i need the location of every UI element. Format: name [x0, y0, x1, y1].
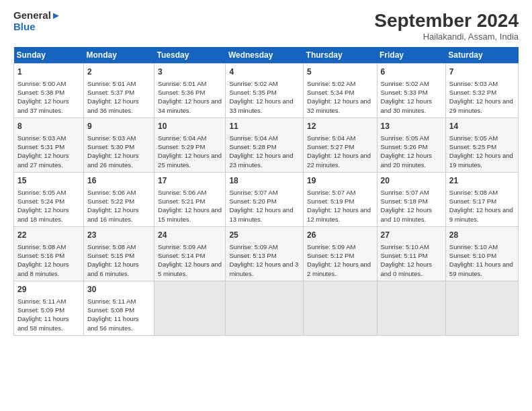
calendar-cell: 23Sunrise: 5:08 AMSunset: 5:15 PMDayligh… [84, 226, 154, 281]
calendar-cell: 8Sunrise: 5:03 AMSunset: 5:31 PMDaylight… [14, 118, 84, 172]
calendar-cell: 7Sunrise: 5:03 AMSunset: 5:32 PMDaylight… [445, 64, 518, 118]
calendar-cell: 1Sunrise: 5:00 AMSunset: 5:38 PMDaylight… [14, 64, 84, 118]
header-saturday: Saturday [445, 47, 518, 64]
day-number: 29 [17, 284, 80, 295]
header-wednesday: Wednesday [226, 47, 304, 64]
calendar-cell: 24Sunrise: 5:09 AMSunset: 5:14 PMDayligh… [154, 226, 226, 281]
calendar-cell [154, 281, 226, 335]
calendar-container: General► Blue September 2024 Hailakandi,… [0, 0, 532, 342]
day-number: 5 [307, 66, 373, 78]
calendar-week-row: 8Sunrise: 5:03 AMSunset: 5:31 PMDaylight… [14, 118, 519, 172]
calendar-cell: 15Sunrise: 5:05 AMSunset: 5:24 PMDayligh… [14, 172, 84, 226]
day-number: 25 [229, 230, 300, 241]
day-number: 4 [229, 66, 300, 78]
day-number: 2 [87, 66, 150, 78]
logo: General► Blue [13, 10, 61, 32]
day-number: 23 [87, 230, 150, 241]
calendar-cell: 20Sunrise: 5:07 AMSunset: 5:18 PMDayligh… [377, 172, 445, 226]
day-number: 28 [449, 230, 515, 241]
logo-general: General► [13, 10, 61, 21]
day-number: 15 [17, 175, 80, 187]
day-number: 12 [307, 121, 373, 132]
calendar-cell: 10Sunrise: 5:04 AMSunset: 5:29 PMDayligh… [154, 118, 226, 172]
day-number: 8 [17, 121, 80, 132]
calendar-week-row: 1Sunrise: 5:00 AMSunset: 5:38 PMDaylight… [14, 64, 519, 118]
day-number: 10 [158, 121, 222, 132]
calendar-cell: 14Sunrise: 5:05 AMSunset: 5:25 PMDayligh… [445, 118, 518, 172]
location-subtitle: Hailakandi, Assam, India [374, 32, 519, 42]
day-headers-row: Sunday Monday Tuesday Wednesday Thursday… [14, 47, 519, 64]
calendar-cell: 2Sunrise: 5:01 AMSunset: 5:37 PMDaylight… [84, 64, 154, 118]
day-number: 18 [229, 175, 300, 187]
header-friday: Friday [377, 47, 445, 64]
calendar-cell: 30Sunrise: 5:11 AMSunset: 5:08 PMDayligh… [84, 281, 154, 335]
day-number: 30 [87, 284, 150, 295]
day-number: 19 [307, 175, 373, 187]
day-number: 20 [381, 175, 442, 187]
calendar-cell: 19Sunrise: 5:07 AMSunset: 5:19 PMDayligh… [304, 172, 377, 226]
day-number: 21 [449, 175, 515, 187]
header-thursday: Thursday [304, 47, 377, 64]
calendar-cell: 22Sunrise: 5:08 AMSunset: 5:16 PMDayligh… [14, 226, 84, 281]
calendar-cell [304, 281, 377, 335]
day-number: 27 [381, 230, 442, 241]
calendar-cell [445, 281, 518, 335]
day-number: 7 [449, 66, 515, 78]
day-number: 9 [87, 121, 150, 132]
calendar-cell [377, 281, 445, 335]
day-number: 3 [158, 66, 222, 78]
day-number: 16 [87, 175, 150, 187]
calendar-cell: 9Sunrise: 5:03 AMSunset: 5:30 PMDaylight… [84, 118, 154, 172]
calendar-table: Sunday Monday Tuesday Wednesday Thursday… [13, 47, 519, 336]
calendar-cell: 12Sunrise: 5:04 AMSunset: 5:27 PMDayligh… [304, 118, 377, 172]
calendar-cell: 25Sunrise: 5:09 AMSunset: 5:13 PMDayligh… [226, 226, 304, 281]
calendar-cell: 4Sunrise: 5:02 AMSunset: 5:35 PMDaylight… [226, 64, 304, 118]
header-sunday: Sunday [14, 47, 84, 64]
calendar-week-row: 22Sunrise: 5:08 AMSunset: 5:16 PMDayligh… [14, 226, 519, 281]
calendar-cell: 16Sunrise: 5:06 AMSunset: 5:22 PMDayligh… [84, 172, 154, 226]
calendar-cell: 11Sunrise: 5:04 AMSunset: 5:28 PMDayligh… [226, 118, 304, 172]
calendar-cell: 17Sunrise: 5:06 AMSunset: 5:21 PMDayligh… [154, 172, 226, 226]
day-number: 22 [17, 230, 80, 241]
calendar-week-row: 29Sunrise: 5:11 AMSunset: 5:09 PMDayligh… [14, 281, 519, 335]
calendar-cell: 29Sunrise: 5:11 AMSunset: 5:09 PMDayligh… [14, 281, 84, 335]
day-number: 26 [307, 230, 373, 241]
header-tuesday: Tuesday [154, 47, 226, 64]
day-number: 24 [158, 230, 222, 241]
day-number: 6 [381, 66, 442, 78]
header-monday: Monday [84, 47, 154, 64]
calendar-cell: 18Sunrise: 5:07 AMSunset: 5:20 PMDayligh… [226, 172, 304, 226]
day-number: 14 [449, 121, 515, 132]
calendar-header: General► Blue September 2024 Hailakandi,… [13, 10, 519, 42]
calendar-week-row: 15Sunrise: 5:05 AMSunset: 5:24 PMDayligh… [14, 172, 519, 226]
calendar-cell: 26Sunrise: 5:09 AMSunset: 5:12 PMDayligh… [304, 226, 377, 281]
day-number: 13 [381, 121, 442, 132]
calendar-cell: 27Sunrise: 5:10 AMSunset: 5:11 PMDayligh… [377, 226, 445, 281]
calendar-cell: 28Sunrise: 5:10 AMSunset: 5:10 PMDayligh… [445, 226, 518, 281]
calendar-body: 1Sunrise: 5:00 AMSunset: 5:38 PMDaylight… [14, 64, 519, 336]
calendar-cell: 3Sunrise: 5:01 AMSunset: 5:36 PMDaylight… [154, 64, 226, 118]
day-number: 1 [17, 66, 80, 78]
calendar-cell: 6Sunrise: 5:02 AMSunset: 5:33 PMDaylight… [377, 64, 445, 118]
logo-block: General► Blue [13, 10, 61, 32]
day-number: 17 [158, 175, 222, 187]
day-number: 11 [229, 121, 300, 132]
calendar-cell: 5Sunrise: 5:02 AMSunset: 5:34 PMDaylight… [304, 64, 377, 118]
calendar-cell [226, 281, 304, 335]
title-section: September 2024 Hailakandi, Assam, India [374, 10, 519, 42]
calendar-cell: 13Sunrise: 5:05 AMSunset: 5:26 PMDayligh… [377, 118, 445, 172]
logo-blue: Blue [13, 21, 61, 33]
calendar-cell: 21Sunrise: 5:08 AMSunset: 5:17 PMDayligh… [445, 172, 518, 226]
month-title: September 2024 [374, 10, 519, 32]
